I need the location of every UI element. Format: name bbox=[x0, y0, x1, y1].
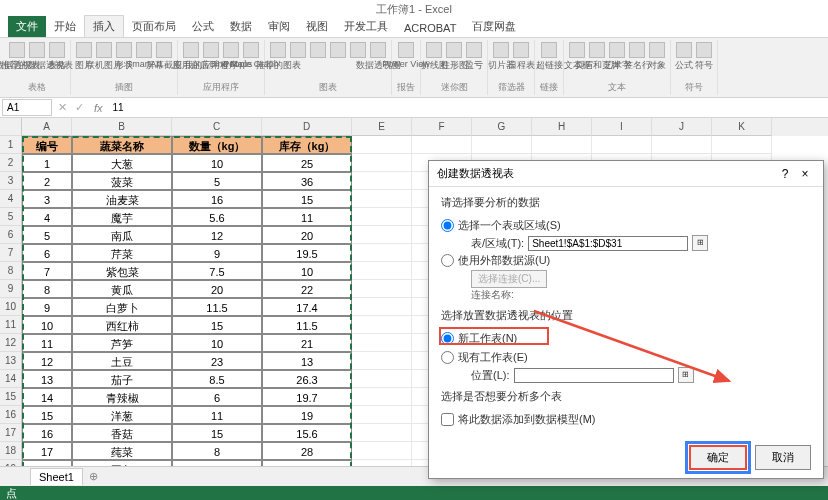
cell[interactable]: 14 bbox=[22, 388, 72, 406]
tab-公式[interactable]: 公式 bbox=[184, 16, 222, 37]
cell[interactable]: 土豆 bbox=[72, 352, 172, 370]
cell[interactable]: 10 bbox=[22, 316, 72, 334]
cell[interactable]: 10 bbox=[172, 154, 262, 172]
cell[interactable]: 25 bbox=[262, 154, 352, 172]
cell[interactable]: 17.4 bbox=[262, 298, 352, 316]
cell[interactable]: 6 bbox=[172, 388, 262, 406]
name-box[interactable]: A1 bbox=[2, 99, 52, 116]
col-header-D[interactable]: D bbox=[262, 118, 352, 136]
cell[interactable]: 紫包菜 bbox=[72, 262, 172, 280]
ribbon-btn-柱形图[interactable]: 柱形图 bbox=[445, 42, 463, 76]
cell[interactable]: 1 bbox=[22, 154, 72, 172]
ribbon-btn-签名行[interactable]: 签名行 bbox=[628, 42, 646, 76]
cell[interactable]: 芦笋 bbox=[72, 334, 172, 352]
checkbox-datamodel[interactable]: 将此数据添加到数据模型(M) bbox=[441, 410, 811, 429]
radio-existing-input[interactable] bbox=[441, 351, 454, 364]
tab-ACROBAT[interactable]: ACROBAT bbox=[396, 19, 464, 37]
cell[interactable]: 茄子 bbox=[72, 370, 172, 388]
ribbon-btn-推荐的图表[interactable]: 推荐的图表 bbox=[269, 42, 287, 76]
cell[interactable]: 8 bbox=[22, 280, 72, 298]
cancel-icon[interactable]: ✕ bbox=[54, 101, 71, 114]
cell[interactable]: 11 bbox=[262, 208, 352, 226]
cell[interactable]: 10 bbox=[262, 262, 352, 280]
radio-external[interactable]: 使用外部数据源(U) bbox=[441, 251, 811, 270]
row-header-18[interactable]: 18 bbox=[0, 442, 22, 460]
tab-文件[interactable]: 文件 bbox=[8, 16, 46, 37]
cell[interactable]: 西红柿 bbox=[72, 316, 172, 334]
cell[interactable] bbox=[352, 442, 412, 460]
cell[interactable]: 23 bbox=[172, 352, 262, 370]
cell[interactable]: 3 bbox=[22, 190, 72, 208]
cell[interactable]: 15 bbox=[172, 424, 262, 442]
cell[interactable]: 洋葱 bbox=[72, 406, 172, 424]
cancel-button[interactable]: 取消 bbox=[755, 445, 811, 470]
ribbon-btn-屏幕截图[interactable]: 屏幕截图 bbox=[155, 42, 173, 76]
cell[interactable] bbox=[532, 136, 592, 154]
cell[interactable]: 17 bbox=[22, 442, 72, 460]
cell[interactable] bbox=[352, 280, 412, 298]
cell[interactable]: 6 bbox=[22, 244, 72, 262]
col-header-A[interactable]: A bbox=[22, 118, 72, 136]
cell[interactable] bbox=[352, 208, 412, 226]
enter-icon[interactable]: ✓ bbox=[71, 101, 88, 114]
ribbon-btn-公式[interactable]: 公式 bbox=[675, 42, 693, 76]
cell[interactable] bbox=[712, 136, 772, 154]
ribbon-btn-Power View[interactable]: Power View bbox=[397, 42, 415, 76]
col-header-F[interactable]: F bbox=[412, 118, 472, 136]
col-header-B[interactable]: B bbox=[72, 118, 172, 136]
fx-icon[interactable]: fx bbox=[88, 102, 109, 114]
tab-开始[interactable]: 开始 bbox=[46, 16, 84, 37]
tab-审阅[interactable]: 审阅 bbox=[260, 16, 298, 37]
cell[interactable] bbox=[652, 136, 712, 154]
select-all-corner[interactable] bbox=[0, 118, 22, 136]
radio-newsheet-input[interactable] bbox=[441, 332, 454, 345]
cell[interactable] bbox=[352, 190, 412, 208]
range-input[interactable] bbox=[528, 236, 688, 251]
row-header-3[interactable]: 3 bbox=[0, 172, 22, 190]
cell[interactable]: 19 bbox=[262, 406, 352, 424]
cell[interactable]: 5 bbox=[22, 226, 72, 244]
row-header-1[interactable]: 1 bbox=[0, 136, 22, 154]
cell[interactable] bbox=[352, 154, 412, 172]
tab-开发工具[interactable]: 开发工具 bbox=[336, 16, 396, 37]
cell[interactable] bbox=[412, 136, 472, 154]
cell[interactable] bbox=[352, 370, 412, 388]
help-icon[interactable]: ? bbox=[775, 167, 795, 181]
cell[interactable]: 20 bbox=[172, 280, 262, 298]
sheet-tab[interactable]: Sheet1 bbox=[30, 468, 83, 485]
ribbon-btn-chart[interactable] bbox=[309, 42, 327, 76]
cell[interactable]: 8 bbox=[172, 442, 262, 460]
cell[interactable]: 编号 bbox=[22, 136, 72, 154]
col-header-E[interactable]: E bbox=[352, 118, 412, 136]
cell[interactable] bbox=[472, 136, 532, 154]
location-input[interactable] bbox=[514, 368, 674, 383]
row-header-5[interactable]: 5 bbox=[0, 208, 22, 226]
range-ref-icon[interactable]: ⊞ bbox=[692, 235, 708, 251]
cell[interactable]: 10 bbox=[172, 334, 262, 352]
cell[interactable]: 8.5 bbox=[172, 370, 262, 388]
cell[interactable]: 15 bbox=[262, 190, 352, 208]
cell[interactable]: 15 bbox=[172, 316, 262, 334]
cell[interactable]: 9 bbox=[22, 298, 72, 316]
cell[interactable]: 莼菜 bbox=[72, 442, 172, 460]
cell[interactable]: 黄瓜 bbox=[72, 280, 172, 298]
cell[interactable] bbox=[352, 334, 412, 352]
ribbon-btn-表格[interactable]: 表格 bbox=[48, 42, 66, 76]
cell[interactable]: 魔芋 bbox=[72, 208, 172, 226]
col-header-C[interactable]: C bbox=[172, 118, 262, 136]
col-header-I[interactable]: I bbox=[592, 118, 652, 136]
cell[interactable]: 16 bbox=[22, 424, 72, 442]
ribbon-btn-chart[interactable] bbox=[289, 42, 307, 76]
cell[interactable]: 芹菜 bbox=[72, 244, 172, 262]
cell[interactable]: 5.6 bbox=[172, 208, 262, 226]
cell[interactable] bbox=[352, 298, 412, 316]
cell[interactable]: 2 bbox=[22, 172, 72, 190]
cell[interactable]: 19.5 bbox=[262, 244, 352, 262]
ribbon-btn-日程表[interactable]: 日程表 bbox=[512, 42, 530, 76]
cell[interactable]: 22 bbox=[262, 280, 352, 298]
cell[interactable]: 19.7 bbox=[262, 388, 352, 406]
ribbon-btn-盈亏[interactable]: 盈亏 bbox=[465, 42, 483, 76]
cell[interactable]: 油麦菜 bbox=[72, 190, 172, 208]
ribbon-btn-超链接[interactable]: 超链接 bbox=[540, 42, 558, 76]
radio-external-input[interactable] bbox=[441, 254, 454, 267]
